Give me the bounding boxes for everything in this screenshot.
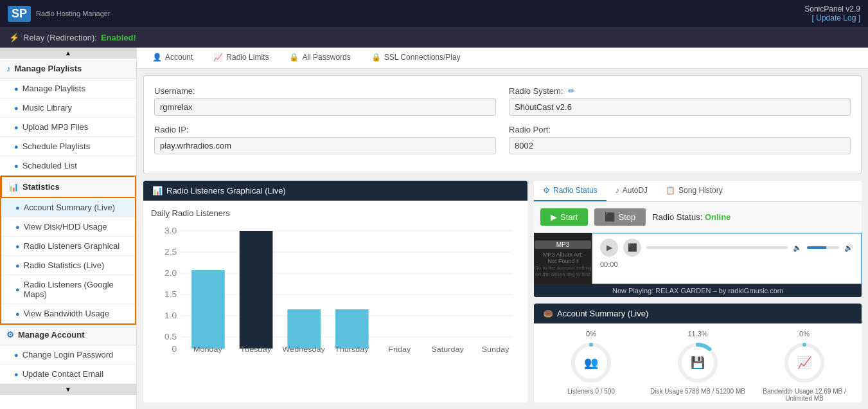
username-label: Username:: [154, 86, 496, 96]
chart-panel: 📊 Radio Listeners Graphical (Live) Daily…: [143, 181, 527, 403]
autodj-tab-icon: ♪: [616, 186, 619, 195]
relay-label: Relay (Redirection):: [23, 33, 97, 42]
account-icon: ⚙: [6, 330, 14, 340]
account-summary-header: 🍩 Account Summary (Live): [534, 304, 862, 323]
username-input[interactable]: [154, 98, 496, 116]
relay-bar: ⚡ Relay (Redirection): Enabled!: [0, 27, 868, 48]
stop-button[interactable]: ⬛ Stop: [594, 208, 646, 226]
gauge-percent: 11.3%: [687, 330, 707, 338]
sidebar-item-label: Radio Listeners (Google Maps): [24, 280, 128, 299]
chart-panel-header: 📊 Radio Listeners Graphical (Live): [143, 181, 527, 201]
content-area: 👤 Account 📈 Radio Limits 🔒 All Passwords…: [137, 48, 868, 409]
svg-text:2.5: 2.5: [164, 248, 177, 257]
update-log-link[interactable]: [ Update Log ]: [812, 14, 860, 23]
sidebar-section-manage-playlists[interactable]: ♪ Manage Playlists: [0, 59, 136, 79]
sidebar-item-label: Upload MP3 Files: [22, 122, 89, 132]
stop-label: Stop: [618, 212, 635, 222]
radio-system-input[interactable]: [509, 98, 851, 116]
volume-low-icon: 🔈: [793, 244, 802, 252]
svg-text:3.0: 3.0: [164, 226, 177, 235]
bullet-icon: ●: [15, 286, 20, 293]
gauge-label: Bandwidth Usage 12.69 MB / Unlimited MB: [754, 388, 855, 402]
tab-ssl[interactable]: 🔒 SSL Connections/Play: [362, 48, 470, 68]
sidebar-item-scheduled-list[interactable]: ● Scheduled List: [0, 156, 136, 176]
tab-account-label: Account: [165, 53, 193, 62]
radio-status-text: Radio Status: Online: [652, 212, 731, 222]
statistics-section-items: ● Account Summary (Live) ● View Disk/HDD…: [0, 198, 136, 325]
relay-status: Enabled!: [101, 33, 136, 42]
player-progress-bar: [646, 246, 788, 249]
gauge-icon: 💾: [691, 356, 705, 370]
volume-bar: [807, 246, 839, 249]
sidebar-section-statistics[interactable]: 📊 Statistics: [0, 176, 136, 198]
account-tab-icon: 👤: [152, 53, 162, 62]
radio-port-input[interactable]: [509, 137, 851, 154]
mp3-badge: MP3: [535, 241, 592, 249]
gauges-grid: 0% 👥 Listeners 0 / 500 11.3% 💾 Disk Usag…: [534, 323, 862, 403]
sidebar-item-view-bandwidth[interactable]: ● View Bandwidth Usage: [1, 304, 135, 323]
sidebar-item-music-library[interactable]: ● Music Library: [0, 98, 136, 118]
svg-text:1.0: 1.0: [164, 311, 177, 320]
sidebar-item-change-password[interactable]: ● Change Login Password: [0, 345, 136, 365]
tab-all-passwords[interactable]: 🔒 All Passwords: [280, 48, 359, 68]
start-button[interactable]: ▶ Start: [540, 208, 588, 226]
bullet-icon: ●: [14, 85, 19, 93]
tab-radio-limits[interactable]: 📈 Radio Limits: [204, 48, 278, 68]
username-group: Username:: [154, 86, 496, 116]
radio-status-tab-icon: ⚙: [543, 186, 550, 195]
tab-song-history[interactable]: 📋 Song History: [657, 181, 732, 201]
tab-account[interactable]: 👤 Account: [143, 48, 202, 68]
play-button[interactable]: ▶: [600, 239, 618, 257]
sidebar-item-label: Update Contact Email: [22, 369, 103, 379]
svg-text:Tuesday: Tuesday: [240, 345, 271, 353]
player-time: 00:00: [600, 260, 853, 268]
player-area: MP3 MP3 Album Art:Not Found !Go to the a…: [534, 233, 862, 284]
chart-container: 3.0 2.5 2.0 1.5 1.0 0.5 0: [151, 224, 520, 353]
player-buttons: ▶ ⬛ 🔈 🔊: [600, 239, 853, 257]
bullet-icon: ●: [14, 104, 19, 112]
tab-radio-limits-label: Radio Limits: [226, 53, 269, 62]
sidebar-section-label-playlists: Manage Playlists: [15, 64, 82, 73]
tab-song-history-label: Song History: [678, 186, 723, 195]
sidebar-item-schedule-playlists[interactable]: ● Schedule Playlists: [0, 137, 136, 156]
sidebar-scroll-up[interactable]: ▲: [0, 48, 136, 59]
sidebar-item-update-email[interactable]: ● Update Contact Email: [0, 365, 136, 384]
tab-autodj[interactable]: ♪ AutoDJ: [607, 181, 657, 201]
volume-high-icon: 🔊: [844, 244, 853, 252]
sidebar-item-view-disk[interactable]: ● View Disk/HDD Usage: [1, 217, 135, 237]
bullet-icon: ●: [14, 123, 19, 131]
sidebar-scroll-down[interactable]: ▼: [0, 384, 136, 395]
radio-limits-tab-icon: 📈: [213, 53, 223, 62]
sidebar-item-label: Scheduled List: [22, 161, 77, 170]
svg-rect-13: [191, 270, 225, 349]
start-label: Start: [560, 212, 578, 222]
main-tabs-bar: 👤 Account 📈 Radio Limits 🔒 All Passwords…: [137, 48, 868, 69]
bullet-icon: ●: [15, 242, 20, 250]
radio-ip-input[interactable]: [154, 137, 496, 154]
sidebar-item-radio-statistics-live[interactable]: ● Radio Statistics (Live): [1, 256, 135, 275]
bullet-icon: ●: [15, 204, 20, 212]
svg-text:2.0: 2.0: [164, 269, 177, 278]
sidebar-item-account-summary-live[interactable]: ● Account Summary (Live): [1, 198, 135, 217]
sidebar-item-manage-playlists[interactable]: ● Manage Playlists: [0, 79, 136, 98]
gauge-percent: 0%: [586, 330, 596, 338]
sidebar: ▲ ♪ Manage Playlists ● Manage Playlists …: [0, 48, 137, 409]
passwords-tab-icon: 🔒: [289, 53, 299, 62]
form-row-2: Radio IP: Radio Port:: [154, 125, 851, 154]
sidebar-section-manage-account[interactable]: ⚙ Manage Account: [0, 325, 136, 345]
sidebar-item-label: Change Login Password: [22, 350, 114, 359]
sidebar-item-label: Radio Listeners Graphical: [24, 241, 120, 251]
stop-player-button[interactable]: ⬛: [623, 239, 641, 257]
svg-rect-14: [240, 231, 273, 349]
sidebar-item-radio-listeners-maps[interactable]: ● Radio Listeners (Google Maps): [1, 275, 135, 304]
radio-system-edit-icon[interactable]: ✏: [568, 86, 575, 96]
sidebar-item-radio-listeners-graphical[interactable]: ● Radio Listeners Graphical: [1, 237, 135, 256]
tab-radio-status[interactable]: ⚙ Radio Status: [534, 181, 607, 201]
sidebar-item-upload-mp3[interactable]: ● Upload MP3 Files: [0, 118, 136, 137]
sidebar-item-label: Schedule Playlists: [22, 141, 91, 151]
stats-icon: 📊: [8, 182, 19, 192]
account-summary-icon: 🍩: [543, 309, 553, 318]
tab-autodj-label: AutoDJ: [623, 186, 648, 195]
gauge-percent: 0%: [799, 330, 810, 338]
svg-text:0.5: 0.5: [164, 332, 177, 341]
